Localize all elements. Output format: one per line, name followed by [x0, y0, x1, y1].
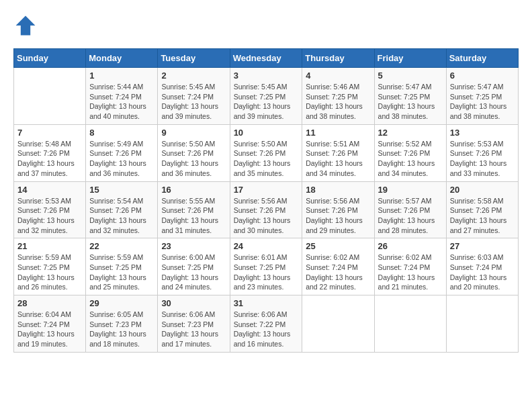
day-number: 9 — [161, 128, 226, 138]
day-number: 19 — [378, 185, 443, 195]
day-number: 27 — [450, 241, 515, 251]
day-number: 28 — [17, 298, 82, 308]
calendar-table: SundayMondayTuesdayWednesdayThursdayFrid… — [13, 48, 519, 353]
day-info: Sunrise: 6:00 AM Sunset: 7:25 PM Dayligh… — [161, 253, 226, 292]
page-header — [13, 13, 519, 38]
day-number: 20 — [450, 185, 515, 195]
day-info: Sunrise: 5:52 AM Sunset: 7:26 PM Dayligh… — [378, 139, 443, 179]
day-number: 15 — [89, 185, 154, 195]
weekday-header: Tuesday — [158, 49, 230, 68]
day-number: 24 — [234, 241, 299, 251]
day-info: Sunrise: 6:06 AM Sunset: 7:22 PM Dayligh… — [234, 310, 299, 349]
day-info: Sunrise: 5:57 AM Sunset: 7:26 PM Dayligh… — [378, 196, 443, 236]
day-number: 4 — [306, 71, 370, 81]
day-number: 3 — [234, 71, 299, 81]
calendar-cell: 25Sunrise: 6:02 AM Sunset: 7:24 PM Dayli… — [302, 238, 374, 295]
calendar-cell: 13Sunrise: 5:53 AM Sunset: 7:26 PM Dayli… — [446, 124, 518, 181]
day-info: Sunrise: 6:03 AM Sunset: 7:24 PM Dayligh… — [450, 253, 515, 292]
day-info: Sunrise: 5:44 AM Sunset: 7:24 PM Dayligh… — [89, 82, 154, 122]
day-info: Sunrise: 5:49 AM Sunset: 7:26 PM Dayligh… — [89, 139, 154, 179]
weekday-header: Wednesday — [230, 49, 302, 68]
day-info: Sunrise: 6:02 AM Sunset: 7:24 PM Dayligh… — [306, 253, 370, 292]
weekday-header: Monday — [86, 49, 158, 68]
calendar-week-row: 28Sunrise: 6:04 AM Sunset: 7:24 PM Dayli… — [14, 295, 519, 353]
day-info: Sunrise: 5:45 AM Sunset: 7:25 PM Dayligh… — [234, 82, 299, 122]
day-info: Sunrise: 5:48 AM Sunset: 7:26 PM Dayligh… — [17, 139, 82, 179]
day-number: 2 — [161, 71, 226, 81]
day-number: 29 — [89, 298, 154, 308]
day-info: Sunrise: 5:55 AM Sunset: 7:26 PM Dayligh… — [161, 196, 226, 236]
calendar-cell — [302, 295, 374, 353]
day-info: Sunrise: 5:51 AM Sunset: 7:26 PM Dayligh… — [306, 139, 370, 179]
day-info: Sunrise: 5:46 AM Sunset: 7:25 PM Dayligh… — [306, 82, 370, 122]
calendar-cell: 2Sunrise: 5:45 AM Sunset: 7:24 PM Daylig… — [158, 68, 230, 125]
calendar-body: 1Sunrise: 5:44 AM Sunset: 7:24 PM Daylig… — [14, 68, 519, 353]
calendar-cell: 24Sunrise: 6:01 AM Sunset: 7:25 PM Dayli… — [230, 238, 302, 295]
day-number: 31 — [234, 298, 299, 308]
calendar-cell: 16Sunrise: 5:55 AM Sunset: 7:26 PM Dayli… — [158, 181, 230, 238]
calendar-header-row: SundayMondayTuesdayWednesdayThursdayFrid… — [14, 49, 519, 68]
day-number: 1 — [89, 71, 154, 81]
calendar-cell: 14Sunrise: 5:53 AM Sunset: 7:26 PM Dayli… — [14, 181, 86, 238]
day-info: Sunrise: 5:56 AM Sunset: 7:26 PM Dayligh… — [234, 196, 299, 236]
calendar-cell: 29Sunrise: 6:05 AM Sunset: 7:23 PM Dayli… — [86, 295, 158, 353]
day-info: Sunrise: 6:05 AM Sunset: 7:23 PM Dayligh… — [89, 310, 154, 349]
calendar-cell: 1Sunrise: 5:44 AM Sunset: 7:24 PM Daylig… — [86, 68, 158, 125]
day-number: 6 — [450, 71, 515, 81]
day-info: Sunrise: 5:58 AM Sunset: 7:26 PM Dayligh… — [450, 196, 515, 236]
svg-marker-0 — [16, 16, 36, 36]
calendar-cell — [374, 295, 446, 353]
day-info: Sunrise: 5:53 AM Sunset: 7:26 PM Dayligh… — [450, 139, 515, 179]
day-number: 12 — [378, 128, 443, 138]
weekday-header: Sunday — [14, 49, 86, 68]
calendar-cell: 12Sunrise: 5:52 AM Sunset: 7:26 PM Dayli… — [374, 124, 446, 181]
calendar-cell: 15Sunrise: 5:54 AM Sunset: 7:26 PM Dayli… — [86, 181, 158, 238]
day-info: Sunrise: 6:04 AM Sunset: 7:24 PM Dayligh… — [17, 310, 82, 349]
weekday-header: Friday — [374, 49, 446, 68]
day-number: 16 — [161, 185, 226, 195]
day-info: Sunrise: 5:47 AM Sunset: 7:25 PM Dayligh… — [450, 82, 515, 122]
day-number: 14 — [17, 185, 82, 195]
calendar-cell: 6Sunrise: 5:47 AM Sunset: 7:25 PM Daylig… — [446, 68, 518, 125]
calendar-cell — [446, 295, 518, 353]
calendar-cell: 19Sunrise: 5:57 AM Sunset: 7:26 PM Dayli… — [374, 181, 446, 238]
day-number: 13 — [450, 128, 515, 138]
calendar-cell: 18Sunrise: 5:56 AM Sunset: 7:26 PM Dayli… — [302, 181, 374, 238]
day-number: 8 — [89, 128, 154, 138]
day-number: 21 — [17, 241, 82, 251]
calendar-cell: 7Sunrise: 5:48 AM Sunset: 7:26 PM Daylig… — [14, 124, 86, 181]
calendar-cell: 23Sunrise: 6:00 AM Sunset: 7:25 PM Dayli… — [158, 238, 230, 295]
day-number: 7 — [17, 128, 82, 138]
day-info: Sunrise: 5:59 AM Sunset: 7:25 PM Dayligh… — [89, 253, 154, 292]
calendar-cell: 26Sunrise: 6:02 AM Sunset: 7:24 PM Dayli… — [374, 238, 446, 295]
calendar-cell: 10Sunrise: 5:50 AM Sunset: 7:26 PM Dayli… — [230, 124, 302, 181]
calendar-cell: 28Sunrise: 6:04 AM Sunset: 7:24 PM Dayli… — [14, 295, 86, 353]
calendar-cell: 27Sunrise: 6:03 AM Sunset: 7:24 PM Dayli… — [446, 238, 518, 295]
day-number: 22 — [89, 241, 154, 251]
day-number: 10 — [234, 128, 299, 138]
calendar-cell: 30Sunrise: 6:06 AM Sunset: 7:23 PM Dayli… — [158, 295, 230, 353]
calendar-cell: 31Sunrise: 6:06 AM Sunset: 7:22 PM Dayli… — [230, 295, 302, 353]
day-info: Sunrise: 5:54 AM Sunset: 7:26 PM Dayligh… — [89, 196, 154, 236]
calendar-cell: 4Sunrise: 5:46 AM Sunset: 7:25 PM Daylig… — [302, 68, 374, 125]
calendar-cell — [14, 68, 86, 125]
calendar-cell: 8Sunrise: 5:49 AM Sunset: 7:26 PM Daylig… — [86, 124, 158, 181]
calendar-cell: 22Sunrise: 5:59 AM Sunset: 7:25 PM Dayli… — [86, 238, 158, 295]
day-info: Sunrise: 5:47 AM Sunset: 7:25 PM Dayligh… — [378, 82, 443, 122]
weekday-header: Saturday — [446, 49, 518, 68]
day-info: Sunrise: 5:53 AM Sunset: 7:26 PM Dayligh… — [17, 196, 82, 236]
calendar-cell: 5Sunrise: 5:47 AM Sunset: 7:25 PM Daylig… — [374, 68, 446, 125]
calendar-cell: 21Sunrise: 5:59 AM Sunset: 7:25 PM Dayli… — [14, 238, 86, 295]
day-number: 25 — [306, 241, 370, 251]
calendar-week-row: 7Sunrise: 5:48 AM Sunset: 7:26 PM Daylig… — [14, 124, 519, 181]
calendar-cell: 11Sunrise: 5:51 AM Sunset: 7:26 PM Dayli… — [302, 124, 374, 181]
day-info: Sunrise: 6:01 AM Sunset: 7:25 PM Dayligh… — [234, 253, 299, 292]
logo — [13, 13, 40, 38]
day-info: Sunrise: 5:50 AM Sunset: 7:26 PM Dayligh… — [234, 139, 299, 179]
day-number: 26 — [378, 241, 443, 251]
day-number: 11 — [306, 128, 370, 138]
day-info: Sunrise: 5:56 AM Sunset: 7:26 PM Dayligh… — [306, 196, 370, 236]
calendar-week-row: 21Sunrise: 5:59 AM Sunset: 7:25 PM Dayli… — [14, 238, 519, 295]
day-number: 30 — [161, 298, 226, 308]
day-info: Sunrise: 5:50 AM Sunset: 7:26 PM Dayligh… — [161, 139, 226, 179]
